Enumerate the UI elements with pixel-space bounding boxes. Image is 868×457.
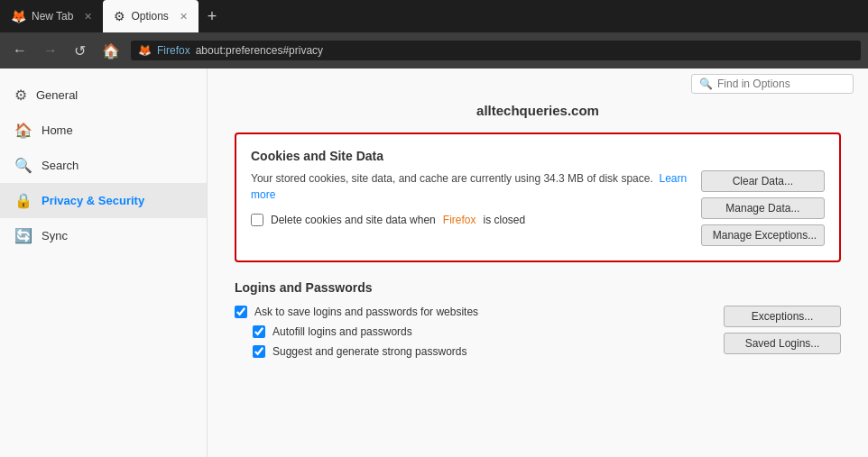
autofill-item: Autofill logins and passwords: [253, 325, 478, 338]
cookies-buttons: Clear Data... Manage Data... Manage Exce…: [701, 170, 825, 246]
save-logins-checkbox[interactable]: [235, 306, 247, 318]
sidebar-item-privacy[interactable]: 🔒 Privacy & Security: [0, 183, 207, 218]
saved-logins-button[interactable]: Saved Logins...: [724, 333, 841, 354]
tab-newtab[interactable]: 🦊 New Tab ✕: [0, 0, 103, 32]
save-logins-item: Ask to save logins and passwords for web…: [235, 306, 478, 318]
manage-data-button[interactable]: Manage Data...: [701, 197, 825, 219]
refresh-button[interactable]: ↺: [69, 39, 91, 63]
find-input-wrapper[interactable]: 🔍: [691, 74, 854, 94]
home-icon: 🏠: [14, 122, 32, 139]
sidebar: ⚙ General 🏠 Home 🔍 Search 🔒 Privacy & Se…: [0, 69, 208, 457]
new-tab-button[interactable]: +: [199, 7, 226, 26]
tab-newtab-label: New Tab: [32, 10, 73, 23]
home-button[interactable]: 🏠: [97, 39, 125, 63]
logins-row: Ask to save logins and passwords for web…: [235, 306, 841, 358]
exceptions-button[interactable]: Exceptions...: [724, 306, 841, 327]
tab-options[interactable]: ⚙ Options ✕: [103, 0, 198, 32]
sidebar-item-general[interactable]: ⚙ General: [0, 78, 207, 113]
cookies-section: Cookies and Site Data Your stored cookie…: [235, 133, 841, 262]
logins-section: Logins and Passwords Ask to save logins …: [235, 280, 841, 358]
autofill-checkbox[interactable]: [253, 325, 265, 338]
suggest-checkbox[interactable]: [253, 345, 265, 358]
site-icon: 🦊: [138, 44, 152, 57]
right-panel: 🔍 alltechqueries.com Cookies and Site Da…: [208, 69, 868, 457]
sync-icon: 🔄: [14, 227, 32, 244]
find-bar: 🔍: [208, 69, 868, 94]
sidebar-item-sync-label: Sync: [42, 229, 68, 242]
suggest-label: Suggest and generate strong passwords: [272, 345, 466, 358]
find-input[interactable]: [717, 78, 845, 90]
sidebar-item-home-label: Home: [42, 123, 73, 137]
delete-cookies-row: Delete cookies and site data when Firefo…: [251, 214, 701, 226]
autofill-label: Autofill logins and passwords: [272, 325, 412, 338]
address-bar[interactable]: 🦊 Firefox about:preferences#privacy: [131, 41, 861, 60]
search-icon: 🔍: [14, 157, 32, 174]
nav-bar: ← → ↺ 🏠 🦊 Firefox about:preferences#priv…: [0, 32, 868, 69]
firefox-icon: 🦊: [11, 9, 26, 23]
clear-data-button[interactable]: Clear Data...: [701, 170, 825, 192]
main-content: alltechqueries.com Cookies and Site Data…: [208, 94, 868, 457]
forward-button[interactable]: →: [38, 39, 63, 62]
suggest-item: Suggest and generate strong passwords: [253, 345, 478, 358]
general-icon: ⚙: [14, 87, 27, 104]
save-logins-label: Ask to save logins and passwords for web…: [254, 306, 478, 318]
tab-newtab-close[interactable]: ✕: [84, 11, 92, 23]
sidebar-item-sync[interactable]: 🔄 Sync: [0, 218, 207, 253]
tab-options-close[interactable]: ✕: [180, 11, 188, 23]
delete-cookies-checkbox[interactable]: [251, 214, 263, 226]
site-label: Firefox: [157, 44, 190, 57]
find-search-icon: 🔍: [699, 78, 713, 90]
logins-buttons: Exceptions... Saved Logins...: [724, 306, 841, 354]
logins-checkboxes: Ask to save logins and passwords for web…: [235, 306, 478, 358]
lock-icon: 🔒: [14, 192, 32, 209]
page-title: alltechqueries.com: [235, 103, 841, 118]
sidebar-item-home[interactable]: 🏠 Home: [0, 113, 207, 148]
logins-title: Logins and Passwords: [235, 280, 841, 295]
delete-cookies-label-pre: Delete cookies and site data when: [271, 214, 436, 226]
sidebar-item-search-label: Search: [42, 159, 78, 172]
back-button[interactable]: ←: [7, 39, 32, 62]
cookies-desc: Your stored cookies, site data, and cach…: [251, 170, 701, 203]
delete-cookies-label-post: is closed: [483, 214, 525, 226]
browser-window: 🦊 New Tab ✕ ⚙ Options ✕ + ← → ↺ 🏠 🦊 Fire…: [0, 0, 868, 457]
sidebar-item-search[interactable]: 🔍 Search: [0, 148, 207, 183]
cookies-left: Your stored cookies, site data, and cach…: [251, 170, 701, 226]
tab-options-label: Options: [131, 10, 168, 23]
page: ⚙ General 🏠 Home 🔍 Search 🔒 Privacy & Se…: [0, 69, 868, 457]
options-icon: ⚙: [114, 9, 125, 23]
sidebar-item-privacy-label: Privacy & Security: [42, 194, 144, 207]
sidebar-item-general-label: General: [36, 88, 78, 102]
cookies-main-row: Your stored cookies, site data, and cach…: [251, 170, 825, 246]
manage-exceptions-button[interactable]: Manage Exceptions...: [701, 224, 825, 246]
firefox-label: Firefox: [443, 214, 476, 226]
cookies-title: Cookies and Site Data: [251, 149, 825, 163]
address-url: about:preferences#privacy: [196, 44, 323, 57]
title-bar: 🦊 New Tab ✕ ⚙ Options ✕ +: [0, 0, 868, 32]
